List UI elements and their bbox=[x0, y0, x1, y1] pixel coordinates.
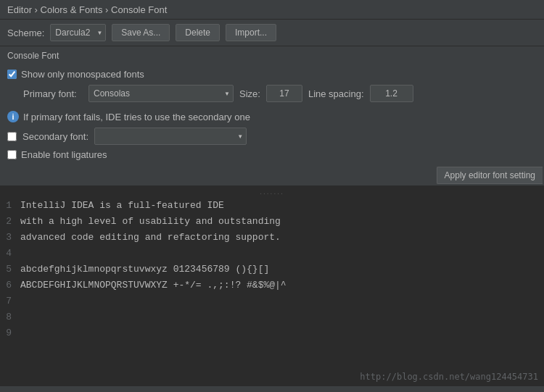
code-line-1: 1 IntelliJ IDEA is a full-featured IDE bbox=[0, 200, 544, 216]
ligatures-checkbox[interactable] bbox=[7, 150, 17, 159]
line-spacing-input[interactable] bbox=[370, 85, 413, 102]
code-line-4: 4 bbox=[0, 248, 544, 264]
line-content-5: abcdefghijklmnopqrstuvwxyz 0123456789 ()… bbox=[20, 264, 269, 275]
primary-font-select-wrap[interactable]: Consolas bbox=[88, 85, 234, 102]
show-monospaced-label: Show only monospaced fonts bbox=[21, 69, 144, 80]
primary-font-label: Primary font: bbox=[23, 88, 83, 99]
breadcrumb-bar: Editor › Colors & Fonts › Console Font bbox=[0, 0, 544, 20]
info-icon: i bbox=[7, 111, 19, 122]
apply-editor-font-button[interactable]: Apply editor font setting bbox=[437, 167, 543, 184]
line-content-3: advanced code editing and refactoring su… bbox=[20, 232, 281, 243]
ligatures-row: Enable font ligatures bbox=[0, 147, 544, 162]
primary-font-row: Primary font: Consolas Size: Line spacin… bbox=[7, 82, 537, 105]
code-line-7: 7 bbox=[0, 296, 544, 312]
size-label: Size: bbox=[239, 88, 260, 99]
line-content-1: IntelliJ IDEA is a full-featured IDE bbox=[20, 200, 224, 211]
code-line-2: 2 with a high level of usability and out… bbox=[0, 216, 544, 232]
secondary-font-row: Secondary font: bbox=[0, 125, 544, 147]
settings-area: Show only monospaced fonts Primary font:… bbox=[0, 64, 544, 108]
scheme-select[interactable]: Darcula2 bbox=[50, 24, 106, 41]
ligatures-label: Enable font ligatures bbox=[21, 149, 107, 160]
line-num-6: 6 bbox=[0, 280, 15, 291]
show-monospaced-row: Show only monospaced fonts bbox=[7, 67, 537, 82]
code-line-5: 5 abcdefghijklmnopqrstuvwxyz 0123456789 … bbox=[0, 264, 544, 280]
line-num-8: 8 bbox=[0, 312, 15, 322]
primary-font-select[interactable]: Consolas bbox=[88, 85, 234, 102]
secondary-font-checkbox[interactable] bbox=[7, 132, 17, 141]
info-text: If primary font fails, IDE tries to use … bbox=[23, 112, 250, 122]
breadcrumb-text: Editor › Colors & Fonts › Console Font bbox=[7, 4, 167, 15]
apply-button-row: Apply editor font setting bbox=[0, 162, 544, 186]
code-line-9: 9 bbox=[0, 328, 544, 343]
line-content-2: with a high level of usability and outst… bbox=[20, 216, 281, 227]
size-input[interactable] bbox=[266, 85, 302, 102]
info-row: i If primary font fails, IDE tries to us… bbox=[0, 108, 544, 125]
save-as-button[interactable]: Save As... bbox=[112, 24, 170, 41]
secondary-font-select[interactable] bbox=[94, 128, 247, 145]
toolbar: Scheme: Darcula2 Save As... Delete Impor… bbox=[0, 20, 544, 46]
code-line-3: 3 advanced code editing and refactoring … bbox=[0, 232, 544, 248]
line-num-1: 1 bbox=[0, 200, 15, 211]
secondary-font-label: Secondary font: bbox=[22, 131, 88, 142]
line-spacing-label: Line spacing: bbox=[308, 88, 364, 99]
code-line-8: 8 bbox=[0, 312, 544, 328]
preview-dots: ....... bbox=[0, 186, 544, 197]
line-num-5: 5 bbox=[0, 264, 15, 275]
scheme-select-wrap[interactable]: Darcula2 bbox=[50, 24, 106, 41]
preview-url: http://blog.csdn.net/wang124454731 bbox=[360, 372, 538, 382]
line-num-7: 7 bbox=[0, 296, 15, 306]
preview-area: ....... 1 IntelliJ IDEA is a full-featur… bbox=[0, 186, 544, 386]
scheme-label: Scheme: bbox=[7, 28, 44, 38]
show-monospaced-checkbox[interactable] bbox=[7, 70, 17, 79]
delete-button[interactable]: Delete bbox=[176, 24, 220, 41]
line-num-9: 9 bbox=[0, 328, 15, 338]
section-header: Console Font bbox=[0, 46, 544, 64]
import-button[interactable]: Import... bbox=[226, 24, 276, 41]
line-content-6: ABCDEFGHIJKLMNOPQRSTUVWXYZ +-*/= .,;:!? … bbox=[20, 280, 287, 291]
secondary-font-select-wrap[interactable] bbox=[94, 128, 247, 145]
line-num-3: 3 bbox=[0, 232, 15, 243]
line-num-2: 2 bbox=[0, 216, 15, 227]
code-preview: 1 IntelliJ IDEA is a full-featured IDE 2… bbox=[0, 197, 544, 346]
line-num-4: 4 bbox=[0, 248, 15, 259]
code-line-6: 6 ABCDEFGHIJKLMNOPQRSTUVWXYZ +-*/= .,;:!… bbox=[0, 280, 544, 296]
